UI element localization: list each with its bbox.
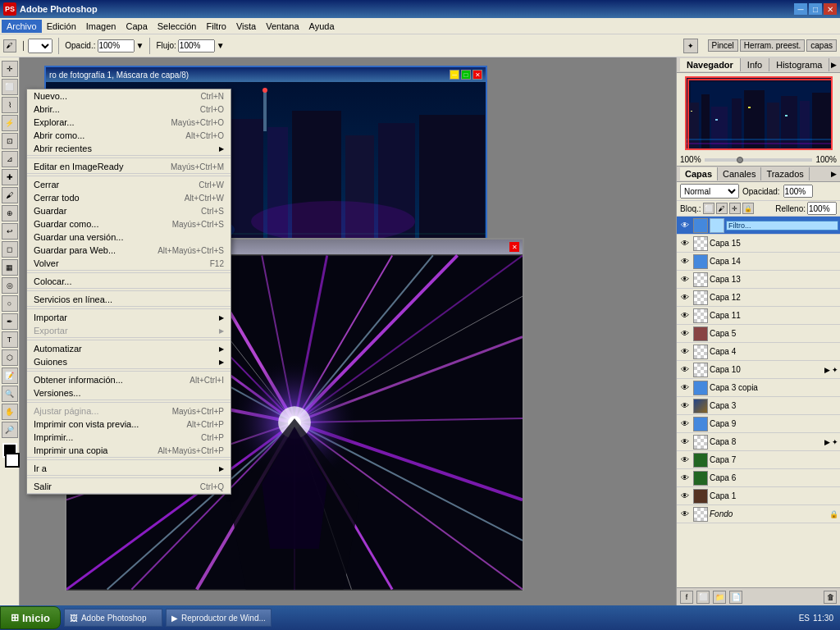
- layer-row-1[interactable]: 👁 Capa 1: [677, 487, 840, 505]
- menu-imagen[interactable]: Imagen: [81, 20, 121, 33]
- doc-minimize-1[interactable]: ─: [450, 70, 459, 80]
- nav-panel-menu[interactable]: ▶: [831, 61, 837, 69]
- layer-fx-btn[interactable]: f: [680, 591, 693, 604]
- layer-eye-5[interactable]: 👁: [678, 327, 692, 340]
- menu-ayuda[interactable]: Ayuda: [304, 20, 340, 33]
- menu-cerrar[interactable]: CerrarCtrl+W: [27, 178, 231, 191]
- tab-histograma[interactable]: Histograma: [769, 58, 829, 71]
- menu-edicion[interactable]: Edición: [42, 20, 81, 33]
- layer-eye-fondo[interactable]: 👁: [678, 508, 692, 521]
- tool-magic-wand[interactable]: ⚡: [2, 115, 18, 131]
- layer-row-fondo[interactable]: 👁 Fondo 🔒: [677, 505, 840, 523]
- tool-move[interactable]: ✛: [2, 61, 18, 77]
- menu-guardar-version[interactable]: Guardar una versión...: [27, 231, 231, 244]
- layer-row-8[interactable]: 👁 Capa 8 ▶ ✦: [677, 433, 840, 451]
- tool-eyedropper[interactable]: 🔍: [2, 386, 18, 402]
- menu-vista[interactable]: Vista: [231, 20, 261, 33]
- close-button[interactable]: ✕: [824, 3, 837, 15]
- layers-panel-menu[interactable]: ▶: [831, 170, 837, 178]
- tool-dodge[interactable]: ○: [2, 295, 18, 312]
- menu-guardar-web[interactable]: Guardar para Web...Alt+Mayús+Ctrl+S: [27, 244, 231, 257]
- layer-new-btn[interactable]: 📄: [729, 591, 742, 604]
- layer-eye-8[interactable]: 👁: [678, 436, 692, 449]
- tool-crop[interactable]: ⊡: [2, 133, 18, 149]
- menu-colocar[interactable]: Colocar...: [27, 275, 231, 288]
- layer-eye-3[interactable]: 👁: [678, 399, 692, 413]
- fill-input[interactable]: [807, 202, 837, 215]
- menu-explorar[interactable]: Explorar...Mayús+Ctrl+O: [27, 116, 231, 129]
- menu-servicios[interactable]: Servicios en línea...: [27, 293, 231, 306]
- tool-history-brush[interactable]: ↩: [2, 223, 18, 240]
- lock-image-btn[interactable]: 🖌: [716, 203, 728, 214]
- layer-eye-1[interactable]: 👁: [678, 490, 692, 503]
- tool-text[interactable]: T: [2, 331, 18, 348]
- menu-ajustar-pagina[interactable]: Ajustar página...Mayús+Ctrl+P: [27, 404, 231, 418]
- flow-arrow[interactable]: ▼: [217, 41, 225, 50]
- menu-abrir[interactable]: Abrir...Ctrl+O: [27, 103, 231, 116]
- pincel-btn[interactable]: Pincel: [708, 39, 738, 52]
- menu-editar-imageready[interactable]: Editar en ImageReadyMayús+Ctrl+M: [27, 160, 231, 173]
- menu-automatizar[interactable]: Automatizar: [27, 342, 231, 355]
- tab-canales[interactable]: Canales: [718, 167, 761, 180]
- tool-slice[interactable]: ⊿: [2, 151, 18, 167]
- menu-volver[interactable]: VolverF12: [27, 257, 231, 270]
- menu-abrir-recientes[interactable]: Abrir recientes: [27, 142, 231, 155]
- taskbar-media-player[interactable]: ▶ Reproductor de Wind...: [166, 609, 272, 627]
- menu-imprimir-preview[interactable]: Imprimir con vista previa...Alt+Ctrl+P: [27, 418, 231, 431]
- opacity-input[interactable]: [98, 39, 135, 52]
- layer-eye-13[interactable]: 👁: [678, 273, 692, 286]
- layer-eye-11[interactable]: 👁: [678, 309, 692, 322]
- layer-row-3[interactable]: 👁 Capa 3: [677, 397, 840, 415]
- layer-8-arrow[interactable]: ▶: [824, 438, 830, 446]
- zoom-thumb[interactable]: [737, 157, 743, 163]
- menu-salir[interactable]: SalirCtrl+Q: [27, 480, 231, 493]
- layer-delete-btn[interactable]: 🗑: [824, 591, 837, 604]
- blend-mode-select[interactable]: Normal: [680, 184, 739, 199]
- menu-versiones[interactable]: Versiones...: [27, 386, 231, 399]
- maximize-button[interactable]: □: [809, 3, 822, 15]
- layer-row-3copia[interactable]: 👁 Capa 3 copia: [677, 379, 840, 397]
- taskbar-photoshop[interactable]: 🖼 Adobe Photoshop: [64, 609, 162, 627]
- tool-shape[interactable]: ⬡: [2, 349, 18, 366]
- layer-row-14[interactable]: 👁 Capa 14: [677, 253, 840, 271]
- lock-all-btn[interactable]: 🔒: [742, 203, 754, 214]
- menu-importar[interactable]: Importar: [27, 311, 231, 324]
- bg-color[interactable]: [5, 453, 20, 468]
- capas-btn[interactable]: capas: [806, 39, 837, 52]
- menu-imprimir-copia[interactable]: Imprimir una copiaAlt+Mayús+Ctrl+P: [27, 444, 231, 457]
- tool-pen[interactable]: ✒: [2, 313, 18, 330]
- layer-10-arrow[interactable]: ▶: [824, 366, 830, 374]
- doc-close-2[interactable]: ✕: [509, 242, 519, 252]
- menu-seleccion[interactable]: Selección: [153, 20, 202, 33]
- tool-zoom[interactable]: 🔎: [2, 422, 18, 438]
- menu-archivo[interactable]: Archivo: [2, 20, 42, 33]
- menu-capa[interactable]: Capa: [121, 20, 152, 33]
- tool-gradient[interactable]: ▦: [2, 259, 18, 276]
- layer-row-7[interactable]: 👁 Capa 7: [677, 451, 840, 469]
- layer-new-group-btn[interactable]: 📁: [713, 591, 726, 604]
- layer-eye-9[interactable]: 👁: [678, 418, 692, 431]
- layer-eye-14[interactable]: 👁: [678, 255, 692, 268]
- menu-ir-a[interactable]: Ir a: [27, 462, 231, 475]
- layer-row-10[interactable]: 👁 Capa 10 ▶ ✦: [677, 361, 840, 379]
- layer-row-12[interactable]: 👁 Capa 12: [677, 289, 840, 307]
- layer-eye-3copia[interactable]: 👁: [678, 381, 692, 395]
- layer-row-6[interactable]: 👁 Capa 6: [677, 469, 840, 487]
- menu-nuevo[interactable]: Nuevo...Ctrl+N: [27, 89, 231, 103]
- menu-guardar-como[interactable]: Guardar como...Mayús+Ctrl+S: [27, 217, 231, 231]
- layer-eye-10[interactable]: 👁: [678, 363, 692, 377]
- layer-eye-6[interactable]: 👁: [678, 472, 692, 485]
- layer-row-9[interactable]: 👁 Capa 9: [677, 415, 840, 433]
- menu-guardar[interactable]: GuardarCtrl+S: [27, 204, 231, 217]
- layer-eye-7[interactable]: 👁: [678, 454, 692, 467]
- layer-row-5[interactable]: 👁 Capa 5: [677, 325, 840, 343]
- tool-notes[interactable]: 📝: [2, 368, 18, 384]
- layer-eye-filtro[interactable]: 👁: [678, 219, 692, 232]
- tab-navegador[interactable]: Navegador: [680, 58, 741, 71]
- tab-trazados[interactable]: Trazados: [761, 167, 809, 180]
- brush-size-select[interactable]: [28, 39, 52, 53]
- tool-hand[interactable]: ✋: [2, 404, 18, 420]
- minimize-button[interactable]: ─: [794, 3, 807, 15]
- start-button[interactable]: ⊞ Inicio: [0, 606, 61, 629]
- layer-opacity-input[interactable]: [783, 185, 813, 198]
